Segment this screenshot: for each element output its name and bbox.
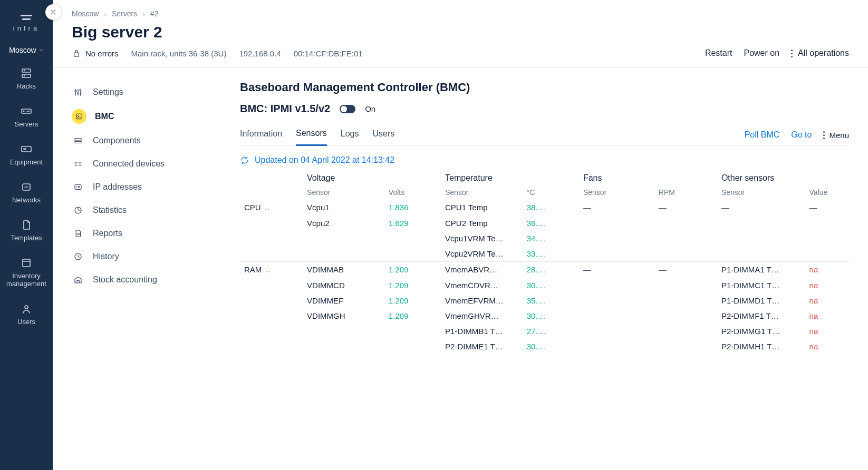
sensor-value: 36.… [523,216,579,231]
poll-bmc-button[interactable]: Poll BMC [745,130,780,140]
users-icon [20,302,33,315]
servers-icon [20,105,33,117]
sidemenu-stats[interactable]: Statistics [72,199,240,222]
sensor-name: P2-DIMMG1 T… [717,324,805,339]
sensor-value: 34.… [523,231,579,246]
sensor-name: — [579,262,654,278]
meta-mac: 00:14:CF:DB:FE:01 [294,49,363,58]
svg-rect-8 [23,259,30,267]
crumb-1[interactable]: Moscow [72,9,99,18]
sensor-name: VDIMMAB [303,262,384,278]
crumb-2[interactable]: Servers [112,9,137,18]
sensor-name: CPU2 Temp [441,216,523,231]
svg-rect-16 [75,142,81,143]
tab-sensors[interactable]: Sensors [296,124,327,146]
sensor-value: 1.209 [384,262,441,278]
sensor-value: 1.836 [384,200,441,216]
sensor-name: — [717,200,805,216]
tab-logs[interactable]: Logs [341,125,359,145]
sensor-value: 27.… [523,324,579,339]
svg-rect-17 [75,185,81,190]
location-label: Moscow [9,46,36,54]
sensor-value: — [805,200,849,216]
sensor-value: — [654,200,717,216]
sensor-name: VmemABVR… [441,262,523,278]
bmc-state: On [365,104,375,113]
sensor-value: 1.209 [384,293,441,308]
sidemenu-ip[interactable]: IP addresses [72,175,240,199]
sensor-value: 38.… [523,200,579,216]
sidemenu-connected[interactable]: Connected devices [72,152,240,175]
sensor-value: na [805,324,849,339]
sensor-table: Voltage Temperature Fans Other sensors S… [240,170,849,354]
svg-point-5 [23,111,24,112]
svg-rect-1 [22,74,31,77]
warehouse-icon [73,275,83,285]
page-title: Big server 2 [72,23,849,41]
sliders-icon [73,87,83,97]
restart-button[interactable]: Restart [705,48,732,58]
brand-logo-icon [13,15,40,20]
side-menu: Settings BMC Components Connected device… [53,68,240,375]
sensor-value: 30.… [523,308,579,324]
sidemenu-reports[interactable]: Reports [72,222,240,245]
all-operations-button[interactable]: All operations [791,48,849,58]
sensor-value: 28.… [523,262,579,278]
sidemenu-bmc[interactable]: BMC [72,104,240,129]
col-temperature: Temperature [441,170,523,185]
clock-icon [73,252,83,261]
connection-icon [73,159,83,169]
svg-rect-10 [74,53,79,56]
svg-point-11 [75,90,76,92]
crumb-3[interactable]: #2 [150,9,159,18]
svg-point-13 [80,90,81,91]
sidemenu-history[interactable]: History [72,245,240,268]
dots-icon [823,131,825,139]
location-selector[interactable]: Moscow [9,46,43,54]
col-other: Other sensors [717,170,805,185]
sensor-name: — [579,200,654,216]
meta-row: No errors Main rack, units 36-38 (3U) 19… [72,48,849,67]
sensor-value: 1.209 [384,278,441,293]
updated-line[interactable]: Updated on 04 April 2022 at 14:13:42 [240,155,849,165]
goto-button[interactable]: Go to [791,130,812,140]
meta-ip: 192.168.0.4 [239,49,281,58]
power-on-button[interactable]: Power on [744,48,779,58]
sidemenu-settings[interactable]: Settings [72,81,240,104]
bmc-tabs: Information Sensors Logs Users Poll BMC … [240,124,849,146]
tab-information[interactable]: Information [240,125,282,145]
rail-item-servers[interactable]: Servers [0,103,53,130]
group-toggle-ram[interactable]: RAM ︿ [240,262,303,278]
bmc-toggle[interactable] [340,105,355,113]
rail-item-templates[interactable]: Templates [0,217,53,244]
chevron-down-icon [38,47,44,53]
rail-item-users[interactable]: Users [0,300,53,328]
group-toggle-cpu[interactable]: CPU ︿ [240,200,303,216]
sensor-name: VDIMMGH [303,308,384,324]
nav-rail: infra Moscow Racks Servers Equipment Net… [0,0,53,470]
sensor-name: P2-DIMME1 T… [441,339,523,354]
sidemenu-stock[interactable]: Stock accounting [72,268,240,291]
refresh-icon [240,155,249,165]
svg-point-9 [25,306,28,309]
brand: infra [13,15,40,32]
sensor-name: P1-DIMMA1 T… [717,262,805,278]
tab-menu-button[interactable]: Menu [823,131,849,140]
sensor-value: 33.… [523,246,579,262]
sensor-name: Vcpu1VRM Te… [441,231,523,246]
sensor-value: na [805,278,849,293]
rail-item-networks[interactable]: Networks [0,179,53,206]
svg-point-12 [78,93,79,94]
rail-item-inventory[interactable]: Inventory management [0,254,53,290]
sensor-value: na [805,339,849,354]
rail-item-racks[interactable]: Racks [0,65,53,92]
sidemenu-components[interactable]: Components [72,129,240,152]
svg-rect-0 [22,69,31,72]
tab-users[interactable]: Users [372,125,394,145]
rail-item-equipment[interactable]: Equipment [0,141,53,168]
networks-icon [20,181,33,193]
sensor-name: VDIMMCD [303,278,384,293]
sensor-name: VmemEFVRM… [441,293,523,308]
breadcrumb: Moscow› Servers› #2 [72,9,849,18]
sensor-name: Vcpu2 [303,216,384,231]
